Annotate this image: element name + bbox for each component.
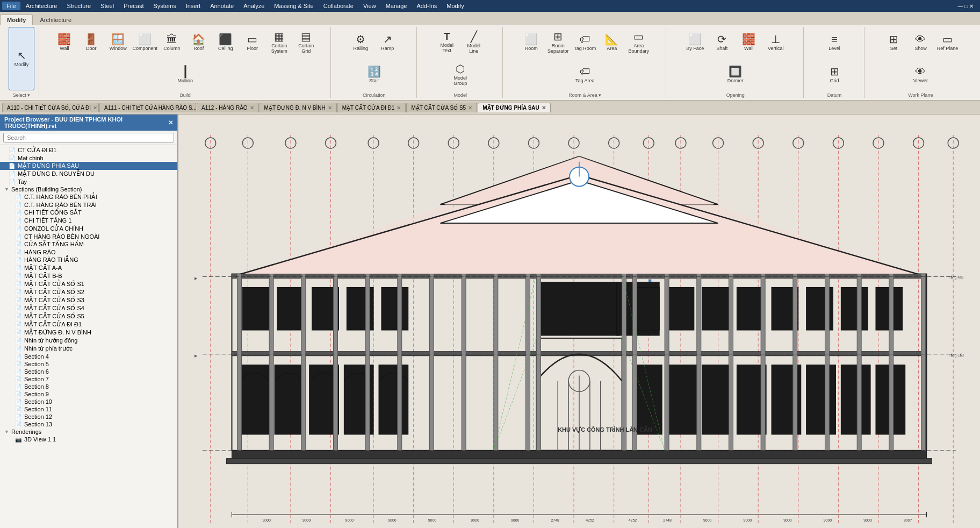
tree-item-section-7[interactable]: 📄 Section 7 — [0, 375, 177, 383]
ribbon-btn-window[interactable]: 🪟 Window — [105, 27, 131, 58]
ribbon-btn-by-face[interactable]: ⬜ By Face — [682, 27, 708, 58]
ribbon-btn-grid[interactable]: ⊞ Grid — [822, 59, 847, 90]
tree-item-mat-dung-phia-sau[interactable]: 📄 MẶT ĐỨNG PHÍA SAU — [0, 162, 177, 170]
tree-item-section-6[interactable]: 📄 Section 6 — [0, 368, 177, 375]
menu-manage[interactable]: Manage — [381, 2, 412, 10]
ribbon-btn-model-text[interactable]: T Model Text — [434, 27, 460, 58]
menu-systems[interactable]: Systems — [149, 2, 180, 10]
tree-item-mat-dung-nguyen-du[interactable]: 📄 MẶT ĐỨNG Đ. NGUYỄN DU — [0, 170, 177, 178]
tree-item-ct-hang-rao-trai[interactable]: 📄 C.T. HÀNG RÀO BÊN TRÁI — [0, 201, 177, 209]
tree-item-section-11[interactable]: 📄 Section 11 — [0, 405, 177, 413]
tree-item-cua-sat-tang-ham[interactable]: 📄 CỬA SẮT TẦNG HẦM — [0, 240, 177, 248]
menu-steel[interactable]: Steel — [96, 2, 118, 10]
ribbon-btn-modify[interactable]: ↖ Modify — [9, 27, 34, 90]
tree-item-3d-view[interactable]: 📷 3D View 1 1 — [0, 436, 177, 443]
tree-item-mat-cat-aa[interactable]: 📄 MẶT CẮT A-A — [0, 264, 177, 272]
ribbon-btn-model-line[interactable]: ╱ Model Line — [461, 27, 487, 58]
ribbon-btn-wall[interactable]: 🧱 Wall — [52, 27, 77, 58]
ribbon-btn-door[interactable]: 🚪 Door — [78, 27, 104, 58]
doc-tab-mat-dung[interactable]: MẶT ĐỨNG Đ. N V BÌNH ✕ — [260, 103, 337, 112]
tree-item-hang-rao[interactable]: 📄 HÀNG RÀO — [0, 248, 177, 256]
menu-structure[interactable]: Structure — [62, 2, 95, 10]
menu-file[interactable]: File — [2, 2, 20, 10]
menu-annotate[interactable]: Annotate — [206, 2, 238, 10]
ribbon-btn-ramp[interactable]: ↗ Ramp — [374, 27, 400, 58]
menu-precast[interactable]: Precast — [119, 2, 148, 10]
ribbon-btn-room[interactable]: ⬜ Room — [518, 27, 544, 58]
menu-massing[interactable]: Massing & Site — [270, 2, 318, 10]
ribbon-btn-mullion[interactable]: ┃ Mullion — [172, 59, 198, 90]
close-tab-mat-cat-cua-so[interactable]: ✕ — [468, 105, 472, 111]
ribbon-btn-shaft[interactable]: ⟳ Shaft — [709, 27, 735, 58]
tree-item-mat-cat-cua-so-s3[interactable]: 📄 MẶT CẮT CỬA SỐ S3 — [0, 296, 177, 304]
menu-analyze[interactable]: Analyze — [239, 2, 269, 10]
project-browser-tree[interactable]: 📄 CT CỬA ĐI Đ1 📄 Mat chinh 📄 MẶT ĐỨNG PH… — [0, 145, 177, 528]
close-tab-a110[interactable]: ✕ — [93, 105, 97, 111]
ribbon-btn-railing[interactable]: ⚙ Railing — [348, 27, 373, 58]
tree-item-tay[interactable]: 📄 Tay — [0, 178, 177, 185]
tree-item-section-9[interactable]: 📄 Section 9 — [0, 390, 177, 398]
tree-item-nhin-tu-huong-dong[interactable]: 📄 Nhìn từ hướng đông — [0, 337, 177, 345]
tree-item-hang-rao-thang[interactable]: 📄 HÀNG RÀO THẲNG — [0, 256, 177, 264]
ribbon-btn-tag-room[interactable]: 🏷 Tag Room — [572, 27, 598, 58]
ribbon-btn-dormer[interactable]: 🔲 Dormer — [723, 59, 748, 90]
doc-tab-mat-cat-cua-so[interactable]: MẶT CẮT CỬA SỐ S5 ✕ — [406, 103, 477, 112]
tree-item-mat-cat-bb[interactable]: 📄 MẶT CẮT B-B — [0, 272, 177, 280]
tree-item-ct-cua-di[interactable]: 📄 CT CỬA ĐI Đ1 — [0, 146, 177, 154]
tree-item-mat-cat-cua-so-s4[interactable]: 📄 MẶT CẮT CỬA SỐ S4 — [0, 304, 177, 312]
tree-item-nhin-tu-phia-truoc[interactable]: 📄 Nhìn từ phía trước — [0, 345, 177, 353]
tree-category-sections[interactable]: ▼ Sections (Building Section) — [0, 185, 177, 193]
project-browser-close[interactable]: ✕ — [168, 119, 173, 126]
ribbon-tab-modify[interactable]: Modify — [0, 15, 33, 25]
ribbon-btn-set[interactable]: ⊞ Set — [881, 27, 906, 58]
tree-item-section-8[interactable]: 📄 Section 8 — [0, 383, 177, 390]
menu-view[interactable]: View — [359, 2, 380, 10]
ribbon-btn-curtain-system[interactable]: ▦ Curtain System — [266, 27, 292, 58]
tree-item-chi-tiet-cong-sat[interactable]: 📄 CHI TIẾT CỔNG SẮT — [0, 209, 177, 217]
tree-item-chi-tiet-tang-1[interactable]: 📄 CHI TIẾT TẦNG 1 — [0, 217, 177, 225]
ribbon-btn-ceiling[interactable]: ⬛ Ceiling — [213, 27, 239, 58]
menu-collaborate[interactable]: Collaborate — [319, 2, 358, 10]
ribbon-btn-wall-opening[interactable]: 🧱 Wall — [736, 27, 762, 58]
tree-item-section-4[interactable]: 📄 Section 4 — [0, 353, 177, 360]
tree-item-section-5[interactable]: 📄 Section 5 — [0, 360, 177, 368]
close-tab-mat-dung-phia-sau[interactable]: ✕ — [542, 105, 546, 111]
ribbon-btn-tag-area[interactable]: 🏷 Tag Area — [572, 59, 598, 90]
menu-architecture[interactable]: Architecture — [21, 2, 62, 10]
tree-item-ct-hang-rao-phai[interactable]: 📄 C.T. HÀNG RÀO BÊN PHẢI — [0, 193, 177, 201]
tree-item-mat-dung-nv-binh[interactable]: 📄 MẶT ĐỨNG Đ. N V BÌNH — [0, 329, 177, 337]
doc-tab-mat-cat-cua[interactable]: MẶT CẮT CỬA ĐI Đ1 ✕ — [337, 103, 406, 112]
close-tab-mat-dung[interactable]: ✕ — [328, 105, 332, 111]
tree-item-mat-cat-cua-so-s1[interactable]: 📄 MẶT CẮT CỬA SỐ S1 — [0, 280, 177, 288]
tree-item-section-10[interactable]: 📄 Section 10 — [0, 398, 177, 405]
tree-item-mat-cat-cua-di-d1[interactable]: 📄 MẶT CẮT CỬA ĐI Đ1 — [0, 320, 177, 329]
ribbon-btn-floor[interactable]: ▭ Floor — [240, 27, 265, 58]
project-browser-search-input[interactable] — [3, 133, 174, 142]
menu-addins[interactable]: Add-Ins — [412, 2, 441, 10]
ribbon-btn-curtain-grid[interactable]: ▤ Curtain Grid — [293, 27, 319, 58]
ribbon-btn-level[interactable]: ≡ Level — [822, 27, 847, 58]
ribbon-btn-room-separator[interactable]: ⊞ Room Separator — [545, 27, 571, 58]
close-tab-mat-cat-cua[interactable]: ✕ — [397, 105, 401, 111]
ribbon-btn-column[interactable]: 🏛 Column — [159, 27, 185, 58]
tree-category-renderings[interactable]: ▼ Renderings — [0, 428, 177, 436]
ribbon-btn-vertical[interactable]: ⊥ Vertical — [763, 27, 789, 58]
tree-item-section-12[interactable]: 📄 Section 12 — [0, 413, 177, 420]
doc-tab-a111[interactable]: A111 - CHI TIẾT CỬA HÀNG RÀO S... ✕ — [99, 103, 196, 112]
close-tab-a112[interactable]: ✕ — [250, 105, 254, 111]
menu-insert[interactable]: Insert — [182, 2, 205, 10]
tree-item-mat-cat-cua-so-s2[interactable]: 📄 MẶT CẮT CỬA SỐ S2 — [0, 288, 177, 296]
ribbon-btn-roof[interactable]: 🏠 Roof — [186, 27, 212, 58]
ribbon-btn-area-boundary[interactable]: ▭ Area Boundary — [626, 27, 652, 58]
tree-item-mat-chinh[interactable]: 📄 Mat chinh — [0, 154, 177, 162]
ribbon-btn-show[interactable]: 👁 Show — [907, 27, 933, 58]
ribbon-btn-ref-plane[interactable]: ▭ Ref Plane — [934, 27, 960, 58]
tree-item-ct-hang-rao-ngoai[interactable]: 📄 CT HÀNG RÀO BÊN NGOÀI — [0, 233, 177, 240]
ribbon-tab-architecture[interactable]: Architecture — [33, 15, 78, 25]
menu-modify[interactable]: Modify — [442, 2, 468, 10]
tree-item-conzol[interactable]: 📄 CONZOL CỬA CHÍNH — [0, 225, 177, 233]
ribbon-btn-model-group[interactable]: ⬡ Model Group — [448, 59, 473, 90]
drawing-area[interactable]: KHU VỰC CÔNG TRÌNH LÀN CẦN ▶ ▶ — [178, 115, 980, 528]
ribbon-btn-component[interactable]: ⬜ Component — [132, 27, 158, 58]
ribbon-btn-stair[interactable]: 🔢 Stair — [361, 59, 387, 90]
